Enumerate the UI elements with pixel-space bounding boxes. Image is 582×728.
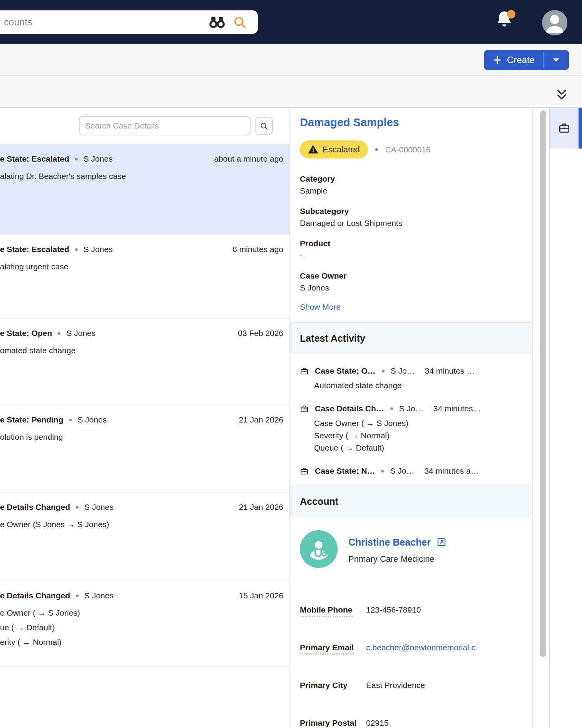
item-desc-line: alating urgent case (0, 259, 283, 274)
list-item[interactable]: e Details Changed S Jones 21 Jan 2026 e … (0, 493, 289, 581)
dot-separator (375, 148, 378, 151)
app-screen: Create (0, 0, 582, 728)
dot-separator (69, 419, 72, 421)
field-group: Category Sample (300, 173, 525, 197)
field-label: Subcategory (300, 205, 525, 217)
field-value: 02915 (366, 717, 388, 728)
activity-desc-line: Case Owner ( → S Jones) (314, 417, 532, 429)
user-avatar[interactable] (542, 10, 567, 35)
item-desc-line: ue ( → Default) (0, 620, 283, 635)
account-type: Primary Care Medicine (348, 554, 447, 564)
dot-separator (58, 332, 60, 335)
field-group: Case Owner S Jones (300, 270, 525, 294)
list-item[interactable]: e State: Escalated S Jones about a minut… (0, 144, 289, 235)
list-item[interactable]: e State: Open S Jones 03 Feb 2026 omated… (0, 319, 289, 405)
account-field-row: Primary Postal 02915 (300, 717, 532, 728)
binoculars-icon[interactable] (208, 15, 226, 29)
item-desc-line: olution is pending (0, 430, 283, 444)
global-search-input[interactable] (3, 16, 184, 28)
dot-separator (381, 470, 384, 473)
item-title: e Details Changed (0, 591, 70, 600)
item-title: e State: Escalated (0, 154, 69, 164)
create-button-label: Create (507, 55, 535, 65)
field-label: Primary Email (300, 642, 366, 653)
briefcase-icon (300, 404, 309, 413)
timeline-items: e State: Escalated S Jones about a minut… (0, 144, 289, 667)
activity-item[interactable]: Case State: O… S Jo… 34 minutes … Automa… (300, 365, 532, 392)
notification-bell[interactable] (494, 9, 516, 32)
list-item[interactable]: e State: Escalated S Jones 6 minutes ago… (0, 235, 289, 319)
item-desc-line: e Owner ( → S Jones) (0, 606, 283, 620)
item-desc-line: e Owner (S Jones → S Jones) (0, 517, 283, 532)
top-navigation-bar (0, 0, 582, 44)
item-author: S Jones (84, 245, 113, 254)
case-search-input[interactable] (79, 116, 251, 135)
dot-separator (75, 158, 78, 160)
rail-tab-accent (579, 108, 582, 149)
escalated-status-badge: Escalated (300, 140, 368, 159)
activity-author: S Jo… (399, 404, 423, 413)
case-timeline-list: e State: Escalated S Jones about a minut… (0, 108, 290, 728)
dot-separator (75, 248, 78, 251)
field-value: S Jones (300, 282, 525, 294)
case-title-link[interactable]: Damaged Samples (300, 115, 525, 129)
account-name-link[interactable]: Christine Beacher (348, 537, 431, 548)
field-group: Product - (300, 238, 525, 262)
item-author: S Jones (66, 329, 95, 338)
activity-item[interactable]: Case Details Ch… S Jo… 34 minutes… Case … (300, 402, 532, 454)
magnifier-icon (259, 122, 269, 131)
field-value: Damaged or Lost Shipments (300, 217, 525, 229)
activity-title: Case State: N… (315, 466, 375, 476)
email-link[interactable]: c.beacher@newtonmemorial.c (366, 642, 475, 653)
activity-time: 34 minutes a… (424, 466, 478, 476)
case-search-button[interactable] (255, 117, 273, 135)
activity-item[interactable]: Case State: N… S Jo… 34 minutes a… (300, 465, 532, 477)
item-desc-line: alating Dr. Beacher's samples case (0, 169, 283, 184)
activity-desc-line: Queue ( → Default) (314, 442, 532, 454)
activity-author: S Jo… (390, 466, 414, 476)
section-header-account: Account (290, 486, 532, 517)
item-author: S Jones (84, 503, 114, 512)
scrollbar-track (532, 108, 549, 728)
rail-tab-cases[interactable] (550, 108, 582, 149)
briefcase-icon (558, 122, 570, 134)
item-time: about a minute ago (214, 154, 283, 164)
item-title: e Details Changed (0, 503, 70, 512)
dot-separator (76, 594, 79, 597)
create-dropdown-button[interactable] (544, 50, 569, 70)
doctor-icon (306, 537, 331, 561)
account-field-row: Primary Email c.beacher@newtonmemorial.c (300, 642, 532, 653)
item-time: 6 minutes ago (232, 245, 283, 254)
field-value: East Providence (366, 680, 425, 691)
item-time: 03 Feb 2026 (238, 329, 283, 338)
field-label: Product (300, 238, 525, 249)
item-time: 21 Jan 2026 (239, 415, 283, 424)
account-section: Christine Beacher Primary Care Medicine (290, 517, 532, 728)
list-item[interactable]: e State: Pending S Jones 21 Jan 2026 olu… (0, 405, 289, 493)
external-link-icon[interactable] (436, 537, 447, 547)
plus-icon (492, 55, 502, 65)
section-title: Account (300, 496, 338, 507)
activity-author: S Jo… (391, 366, 415, 376)
case-number: CA-0000016 (385, 145, 431, 154)
global-search[interactable] (0, 10, 258, 34)
account-avatar (300, 530, 338, 568)
scrollbar-thumb[interactable] (540, 110, 546, 657)
briefcase-icon (300, 367, 309, 376)
activity-title: Case State: O… (315, 366, 376, 376)
search-icon[interactable] (232, 15, 247, 30)
create-button[interactable]: Create (484, 50, 543, 70)
section-title: Latest Activity (300, 333, 365, 344)
section-header-latest-activity: Latest Activity (290, 322, 532, 354)
show-more-link[interactable]: Show More (300, 302, 341, 312)
list-item[interactable]: e Details Changed S Jones 15 Jan 2026 e … (0, 581, 289, 667)
item-title: e State: Pending (0, 415, 64, 424)
collapse-double-chevron-icon[interactable] (555, 89, 568, 101)
activity-title: Case Details Ch… (315, 404, 384, 413)
activity-time: 34 minutes… (433, 404, 481, 413)
right-icon-rail (549, 108, 582, 728)
latest-activity-list: Case State: O… S Jo… 34 minutes … Automa… (290, 354, 532, 486)
field-value: - (300, 249, 525, 262)
account-fields: Mobile Phone 123-456-78910 Primary Email… (300, 604, 532, 728)
item-time: 21 Jan 2026 (239, 503, 283, 512)
